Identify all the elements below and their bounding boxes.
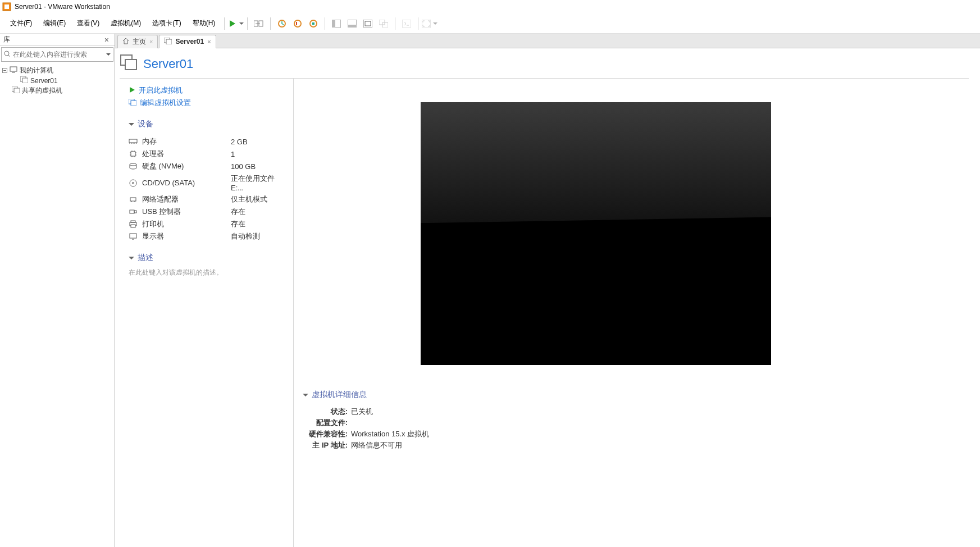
device-value: 仅主机模式: [231, 194, 284, 204]
app-icon: [2, 2, 11, 11]
section-header-details[interactable]: 虚拟机详细信息: [303, 390, 969, 403]
devices-section: 设备 内存2 GB处理器1硬盘 (NVMe)100 GBCD/DVD (SATA…: [129, 119, 284, 243]
svg-rect-35: [130, 198, 136, 201]
device-row-net[interactable]: 网络适配器仅主机模式: [129, 193, 284, 206]
svg-rect-41: [130, 234, 136, 238]
search-icon: [4, 51, 11, 59]
svg-rect-23: [14, 88, 20, 93]
device-row-display[interactable]: 显示器自动检测: [129, 230, 284, 243]
cpu-icon: [129, 150, 138, 158]
tree-node-shared-vms[interactable]: 共享的虚拟机: [0, 85, 115, 96]
snapshot-take-button[interactable]: [274, 16, 290, 31]
device-name: 显示器: [142, 231, 226, 241]
main-area: 库 × − 我的计算机 Server01 共享的虚拟机: [0, 34, 980, 547]
collapse-icon: [303, 394, 308, 399]
separator: [325, 17, 325, 30]
svg-point-5: [294, 20, 301, 27]
device-list: 内存2 GB处理器1硬盘 (NVMe)100 GBCD/DVD (SATA)正在…: [129, 135, 284, 243]
svg-rect-13: [365, 21, 371, 26]
view-unity-button[interactable]: [376, 16, 391, 31]
device-value: 存在: [231, 207, 284, 217]
send-keys-button[interactable]: [251, 16, 267, 31]
svg-rect-7: [312, 22, 314, 25]
menu-tabs[interactable]: 选项卡(T): [147, 16, 186, 30]
screen-gloss: [421, 102, 771, 223]
library-search[interactable]: [1, 47, 113, 62]
device-row-usb[interactable]: USB 控制器存在: [129, 206, 284, 218]
tree-node-my-computer[interactable]: − 我的计算机: [0, 65, 115, 76]
tab-close-button[interactable]: ×: [149, 38, 153, 45]
device-value: 2 GB: [231, 138, 284, 146]
tab-label: Server01: [175, 38, 204, 45]
power-button[interactable]: [228, 16, 244, 31]
svg-point-34: [133, 182, 134, 184]
section-header-description[interactable]: 描述: [129, 253, 284, 266]
menu-view[interactable]: 查看(V): [71, 16, 105, 30]
fullscreen-button[interactable]: [422, 16, 437, 31]
details-section: 虚拟机详细信息 状态: 已关机 配置文件:: [303, 390, 969, 451]
menu-file[interactable]: 文件(F): [4, 16, 38, 30]
vm-right-column: 虚拟机详细信息 状态: 已关机 配置文件:: [294, 79, 980, 547]
tree-node-server01[interactable]: Server01: [0, 76, 115, 85]
device-row-cd[interactable]: CD/DVD (SATA)正在使用文件 E:...: [129, 172, 284, 193]
power-on-link[interactable]: 开启此虚拟机: [129, 84, 284, 97]
device-row-cpu[interactable]: 处理器1: [129, 148, 284, 160]
snapshot-manager-button[interactable]: [306, 16, 321, 31]
section-header-devices[interactable]: 设备: [129, 119, 284, 132]
library-close-button[interactable]: ×: [102, 35, 111, 44]
tab-home[interactable]: 主页 ×: [117, 35, 158, 48]
library-sidebar: 库 × − 我的计算机 Server01 共享的虚拟机: [0, 34, 115, 547]
vm-columns: 开启此虚拟机 编辑虚拟机设置 设备 内存2 GB处理器1硬盘 (NVMe)100…: [120, 79, 980, 547]
vm-summary: Server01 开启此虚拟机 编辑虚拟机设置 设备: [115, 48, 980, 547]
vm-name-heading: Server01: [143, 57, 193, 71]
menu-help[interactable]: 帮助(H): [187, 16, 221, 30]
svg-rect-19: [10, 67, 17, 71]
separator: [224, 17, 225, 30]
tree-collapse-icon[interactable]: −: [2, 68, 7, 73]
device-name: 打印机: [142, 219, 226, 229]
detail-row-ip: 主 IP 地址: 网络信息不可用: [303, 440, 969, 451]
quickswitch-button[interactable]: [399, 16, 414, 31]
tab-server01[interactable]: Server01 ×: [159, 35, 216, 48]
display-icon: [129, 233, 138, 240]
search-dropdown[interactable]: [106, 53, 111, 58]
device-value: 自动检测: [231, 231, 284, 241]
device-value: 正在使用文件 E:...: [231, 174, 284, 192]
description-placeholder[interactable]: 在此处键入对该虚拟机的描述。: [129, 268, 284, 277]
tree-label: 共享的虚拟机: [22, 86, 62, 95]
titlebar: Server01 - VMware Workstation: [0, 0, 980, 13]
library-header: 库 ×: [0, 34, 115, 46]
svg-point-33: [130, 180, 136, 186]
device-row-memory[interactable]: 内存2 GB: [129, 135, 284, 148]
menubar: 文件(F) 编辑(E) 查看(V) 虚拟机(M) 选项卡(T) 帮助(H): [0, 13, 980, 34]
detail-row-state: 状态: 已关机: [303, 406, 969, 417]
view-console-button[interactable]: [344, 16, 360, 31]
settings-icon: [129, 99, 136, 107]
tab-close-button[interactable]: ×: [207, 38, 211, 45]
detail-row-config: 配置文件:: [303, 417, 969, 429]
search-input[interactable]: [13, 51, 104, 58]
separator: [418, 17, 418, 30]
cd-icon: [129, 179, 138, 187]
device-row-printer[interactable]: 打印机存在: [129, 218, 284, 230]
svg-rect-40: [131, 225, 135, 227]
separator: [247, 17, 248, 30]
details-grid: 状态: 已关机 配置文件: 硬件兼容性: Workstation 15.x 虚拟…: [303, 406, 969, 451]
snapshot-revert-button[interactable]: [290, 16, 306, 31]
view-thumbnail-button[interactable]: [329, 16, 344, 31]
svg-rect-31: [131, 152, 135, 156]
vm-left-column: 开启此虚拟机 编辑虚拟机设置 设备 内存2 GB处理器1硬盘 (NVMe)100…: [120, 79, 294, 547]
vm-icon: [164, 38, 172, 46]
library-title: 库: [3, 35, 10, 44]
device-value: 100 GB: [231, 162, 284, 171]
view-stretch-button[interactable]: [360, 16, 376, 31]
tab-strip: 主页 × Server01 ×: [115, 34, 980, 48]
device-name: CD/DVD (SATA): [142, 179, 226, 187]
device-row-disk[interactable]: 硬盘 (NVMe)100 GB: [129, 160, 284, 172]
memory-icon: [129, 138, 138, 145]
device-value: 存在: [231, 219, 284, 229]
edit-settings-link[interactable]: 编辑虚拟机设置: [129, 97, 284, 109]
detail-row-compat: 硬件兼容性: Workstation 15.x 虚拟机: [303, 429, 969, 440]
menu-vm[interactable]: 虚拟机(M): [105, 16, 147, 30]
menu-edit[interactable]: 编辑(E): [38, 16, 71, 30]
